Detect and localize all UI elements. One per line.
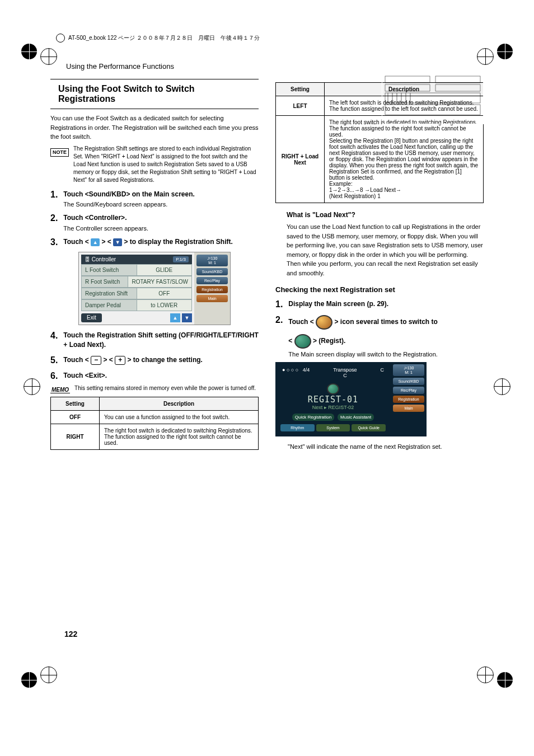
table-row: RIGHT The right foot switch is dedicated… — [51, 424, 259, 449]
registration-mark-icon — [477, 48, 494, 65]
registration-mark-icon — [40, 48, 57, 65]
memo-text: This setting remains stored in memory ev… — [74, 384, 256, 393]
exit-button: Exit — [81, 313, 102, 322]
section-label: Using the Performance Functions — [66, 62, 484, 71]
svg-rect-3 — [435, 84, 480, 91]
step-2: 2. Touch <Controller>. The Controller sc… — [50, 213, 259, 232]
step-4: 4. Touch the Registration Shift setting … — [50, 331, 259, 350]
svg-rect-11 — [385, 105, 480, 115]
step-6: 6. Touch <Exit>. — [50, 371, 259, 381]
regist-mode-icon — [327, 383, 339, 395]
header-meta: AT-500_e.book 122 ページ ２００８年７月２８日 月曜日 午後４… — [56, 34, 484, 43]
product-illustration — [382, 73, 484, 124]
load-next-body: You can use the Load Next function to ca… — [287, 222, 484, 278]
right-column: Setting Description LEFT The left foot s… — [275, 79, 484, 452]
step-5: 5. Touch < − > < + > to change the setti… — [50, 355, 259, 365]
down-arrow-icon: ▼ — [182, 313, 192, 322]
section-title: Using the Foot Switch to Switch Registra… — [50, 79, 259, 109]
step-3: 3. Touch < ▲ > < ▼ > to display the Regi… — [50, 237, 259, 247]
up-arrow-icon: ▲ — [170, 313, 180, 322]
step-1: 1. Touch <Sound/KBD> on the Main screen.… — [50, 190, 259, 208]
registration-mark-icon — [494, 378, 510, 395]
note-badge: NOTE — [50, 148, 69, 157]
left-column: Using the Foot Switch to Switch Registra… — [50, 79, 259, 452]
registration-mark-icon — [40, 666, 57, 683]
registration-mark-icon — [24, 378, 40, 395]
note-text: The Registration Shift settings are stor… — [73, 145, 259, 184]
check-step-2: 2. Touch < > icon several times to switc… — [275, 315, 484, 358]
registration-mark-icon — [477, 666, 494, 683]
final-note: "Next" will indicate the name of the nex… — [288, 442, 484, 452]
svg-rect-0 — [385, 76, 430, 83]
registration-mark-icon — [497, 44, 513, 59]
svg-rect-2 — [385, 84, 430, 91]
load-next-heading: What is "Load Next"? — [287, 211, 484, 219]
memo-badge: MEMO — [50, 387, 70, 393]
header-text: AT-500_e.book 122 ページ ２００８年７月２８日 月曜日 午後４… — [68, 34, 260, 42]
registration-mark-icon — [497, 672, 513, 688]
svg-rect-1 — [435, 76, 480, 83]
table-row: OFF You can use a function assigned to t… — [51, 410, 259, 424]
table-row: RIGHT + Load Next The right foot switch … — [276, 116, 484, 203]
svg-rect-4 — [385, 93, 480, 103]
regist-mode-icon — [294, 334, 311, 349]
controller-screen: 🎛 Controller P.1/3 L Foot SwitchGLIDE R … — [78, 252, 231, 325]
settings-table-left: Setting Description OFF You can use a fu… — [50, 397, 259, 450]
main-screen: ● ○ ○ ○ 4/4 Transpose C C REGIST-01 Next… — [275, 362, 427, 436]
up-arrow-icon: ▲ — [91, 238, 100, 246]
intro-text: You can use the Foot Switch as a dedicat… — [50, 114, 259, 142]
page-number: 122 — [64, 630, 77, 638]
check-heading: Checking the next Registration set — [275, 285, 484, 294]
registration-mark-icon — [21, 672, 37, 688]
mode-toggle-icon — [316, 315, 332, 330]
plus-button-icon: + — [115, 356, 125, 365]
registration-mark-icon — [21, 44, 37, 59]
check-step-1: 1. Display the Main screen (p. 29). — [275, 299, 484, 309]
minus-button-icon: − — [91, 356, 101, 365]
down-arrow-icon: ▼ — [113, 238, 122, 246]
book-icon — [56, 34, 65, 43]
